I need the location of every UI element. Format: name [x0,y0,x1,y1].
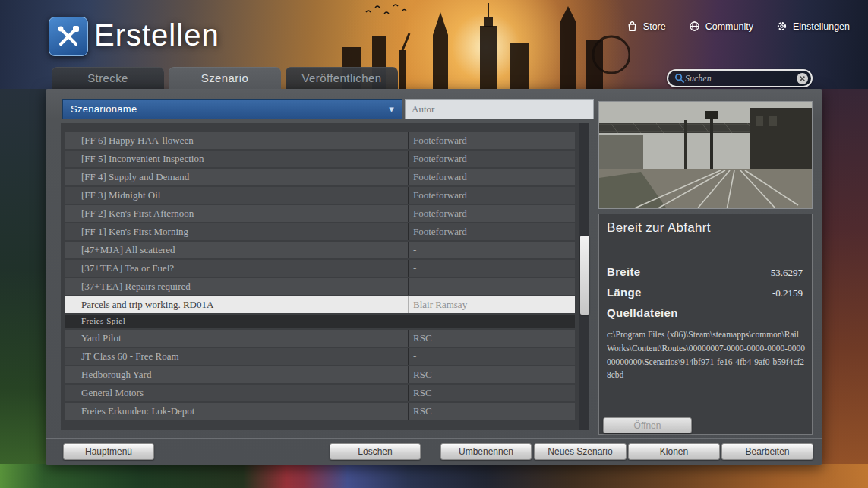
scenario-author: Footeforward [408,205,575,222]
new-scenario-button[interactable]: Neues Szenario [534,443,627,460]
background-left-edge [0,89,46,488]
open-button[interactable]: Öffnen [603,417,692,433]
scenario-name-dropdown[interactable]: Szenarioname ▾ [62,99,402,119]
rename-button[interactable]: Umbenennen [440,443,532,460]
table-row[interactable]: [37+TEA] Tea or Fuel?- [65,260,575,277]
scenario-author: - [408,348,575,365]
source-files-label: Quelldateien [607,306,678,319]
scenario-rows: [FF 6] Happy HAA-lloweenFooteforward[FF … [61,123,579,430]
crossed-tools-icon [55,24,81,49]
scenario-author: RSC [408,330,575,347]
scenario-author: - [408,278,575,295]
table-row[interactable]: [FF 6] Happy HAA-lloweenFooteforward [65,132,575,149]
main-panel: Szenarioname ▾ [FF 6] Happy HAA-lloweenF… [46,89,822,465]
clone-button[interactable]: Klonen [628,443,720,460]
latitude-field: Breite 53.6297 [607,265,804,280]
settings-label: Einstellungen [793,21,850,32]
chevron-down-icon: ▾ [389,103,394,115]
tab-strecke[interactable]: Strecke [52,67,164,89]
scenario-name: [FF 6] Happy HAA-lloween [65,132,408,149]
scenario-details: Bereit zur Abfahrt Breite 53.6297 Länge … [598,214,813,435]
section-header: Freies Spiel [65,315,575,328]
table-row[interactable]: [FF 2] Ken's First AfternoonFooteforward [65,205,575,222]
store-label: Store [643,21,666,32]
latitude-value: 53.6297 [771,267,803,279]
scenario-author: RSC [408,385,575,401]
community-label: Community [705,21,753,32]
scenario-name: [FF 3] Midnight Oil [65,187,408,204]
scenario-title: Bereit zur Abfahrt [607,220,711,236]
scenario-name: [37+TEA] Tea or Fuel? [65,260,408,277]
search-box[interactable] [667,69,813,87]
scenario-name: [FF 4] Supply and Demand [65,169,408,185]
scenario-name: JT Class 60 - Free Roam [65,348,408,365]
table-row[interactable]: General MotorsRSC [65,385,575,401]
scenario-name: Parcels and trip working. RD01A [65,296,408,313]
scenario-author: Footeforward [408,151,575,167]
delete-button[interactable]: Löschen [330,443,421,460]
scenario-author: RSC [408,403,575,420]
table-row[interactable]: [47+MJA] All scattered- [65,242,575,258]
scenario-name: Freies Erkunden: Lok-Depot [65,403,408,420]
table-row[interactable]: Yard PilotRSC [65,330,575,347]
scenario-name: [FF 1] Ken's First Morning [65,223,408,240]
background-bottom-strip [0,464,868,488]
tab-veroeffentlichen[interactable]: Veröffentlichen [286,67,398,89]
scrollbar-track[interactable] [579,123,589,430]
scenario-name: General Motors [65,385,408,401]
page-title: Erstellen [94,18,219,52]
table-row[interactable]: [37+TEA] Repairs required- [65,278,575,295]
longitude-field: Länge -0.2159 [607,286,804,301]
scenario-name: Yard Pilot [65,330,408,347]
scenario-dropdown-label: Szenarioname [71,103,137,115]
table-row[interactable]: Hedborough YardRSC [65,366,575,383]
table-row[interactable]: [FF 3] Midnight OilFooteforward [65,187,575,204]
scenario-author: Footeforward [408,223,575,240]
search-input[interactable] [685,73,796,84]
scenario-name: [FF 2] Ken's First Afternoon [65,205,408,222]
background-right-edge [822,89,868,488]
scenario-author: Footeforward [408,187,575,204]
scenario-name: [37+TEA] Repairs required [65,278,408,295]
longitude-label: Länge [607,286,642,299]
globe-icon [689,21,700,32]
tab-szenario[interactable]: Szenario [169,67,281,89]
top-menu: Store Community Einstellungen [627,21,850,32]
scenario-list: [FF 6] Happy HAA-lloweenFooteforward[FF … [61,123,589,430]
scenario-name: [47+MJA] All scattered [65,242,408,258]
table-row[interactable]: Parcels and trip working. RD01ABlair Ram… [65,296,575,313]
scenario-author: - [408,260,575,277]
scenario-author: Footeforward [408,169,575,185]
author-filter-input[interactable] [405,99,594,119]
community-menu-item[interactable]: Community [689,21,753,32]
table-row[interactable]: [FF 5] Inconvenient InspectionFooteforwa… [65,151,575,167]
edit-button[interactable]: Bearbeiten [721,443,813,460]
store-bag-icon [627,21,638,32]
preview-image [598,101,813,209]
source-files-path: c:\Program Files (x86)\Steam\steamapps\c… [607,328,806,382]
store-menu-item[interactable]: Store [627,21,666,32]
scenario-author: RSC [408,366,575,383]
scenario-name: [FF 5] Inconvenient Inspection [65,151,408,167]
table-row[interactable]: [FF 1] Ken's First MorningFooteforward [65,223,575,240]
app-logo [49,17,88,56]
table-row[interactable]: Freies Erkunden: Lok-DepotRSC [65,403,575,420]
scenario-author: - [408,242,575,258]
scrollbar-thumb[interactable] [580,236,589,315]
gear-icon [776,21,788,32]
search-icon [674,73,685,84]
latitude-label: Breite [607,265,640,278]
table-row[interactable]: JT Class 60 - Free Roam- [65,348,575,365]
scenario-name: Hedborough Yard [65,366,408,383]
table-row[interactable]: [FF 4] Supply and DemandFooteforward [65,169,575,185]
footer-divider [46,438,822,439]
settings-menu-item[interactable]: Einstellungen [776,21,850,32]
scenario-author: Footeforward [408,132,575,149]
close-icon[interactable] [796,72,809,85]
longitude-value: -0.2159 [772,287,803,299]
main-menu-button[interactable]: Hauptmenü [63,443,154,460]
scenario-author: Blair Ramsay [408,296,575,313]
